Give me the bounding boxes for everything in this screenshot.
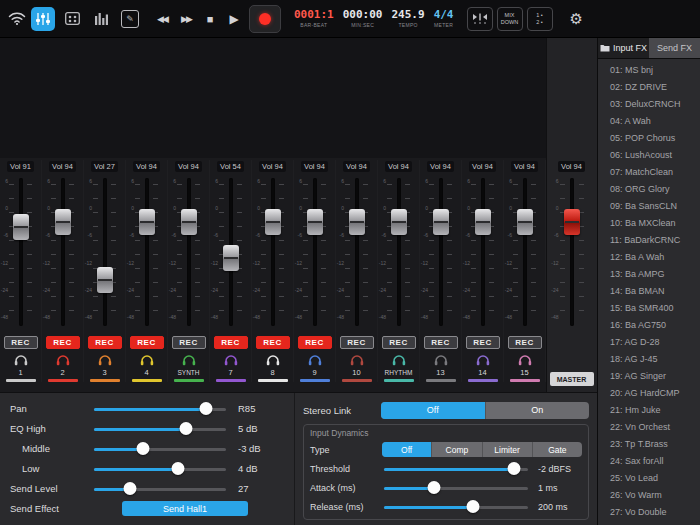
record-arm-button[interactable]: REC xyxy=(466,336,500,349)
master-fader-cap[interactable] xyxy=(564,209,580,235)
click-count-button[interactable]: 1 • 2 • xyxy=(527,7,553,31)
slider-thumb[interactable] xyxy=(172,462,185,475)
release-ms--slider[interactable] xyxy=(384,500,528,514)
channel-fader[interactable]: 60-6-12-24-48 xyxy=(462,176,503,328)
record-arm-button[interactable]: REC xyxy=(256,336,290,349)
channel-volume-readout[interactable]: Vol 94 xyxy=(301,161,328,172)
dynamics-type-option-comp[interactable]: Comp xyxy=(431,442,481,457)
record-arm-button[interactable]: REC xyxy=(130,336,164,349)
channel-volume-readout[interactable]: Vol 94 xyxy=(175,161,202,172)
master-volume-readout[interactable]: Vol 94 xyxy=(558,161,585,172)
monitor-headphones-icon[interactable] xyxy=(56,354,70,366)
fx-list-item[interactable]: 27: Vo Double xyxy=(598,504,700,521)
monitor-headphones-icon[interactable] xyxy=(434,354,448,366)
fx-list-item[interactable]: 06: LushAcoust xyxy=(598,147,700,164)
monitor-headphones-icon[interactable] xyxy=(98,354,112,366)
meter-display[interactable]: 4/4 METER xyxy=(434,9,454,28)
pan-slider[interactable] xyxy=(94,402,226,416)
fx-list-item[interactable]: 18: AG J-45 xyxy=(598,351,700,368)
track-label[interactable]: SYNTH xyxy=(177,369,199,377)
channel-fader[interactable]: 60-6-12-24-48 xyxy=(168,176,209,328)
tab-input-fx[interactable]: Input FX xyxy=(598,38,649,58)
settings-gear-icon[interactable]: ⚙ xyxy=(570,11,583,26)
channel-fader[interactable]: 60-6-12-24-48 xyxy=(420,176,461,328)
record-button[interactable] xyxy=(249,5,281,33)
send-effect-button[interactable]: Send Hall1 xyxy=(122,501,248,516)
channel-fader[interactable]: 60-6-12-24-48 xyxy=(336,176,377,328)
fx-list-item[interactable]: 07: MatchClean xyxy=(598,164,700,181)
track-label[interactable]: 4 xyxy=(144,369,148,377)
channel-volume-readout[interactable]: Vol 94 xyxy=(49,161,76,172)
channel-fader[interactable]: 60-6-12-24-48 xyxy=(378,176,419,328)
channel-fader[interactable]: 60-6-12-24-48 xyxy=(504,176,545,328)
channel-fader[interactable]: 60-6-12-24-48 xyxy=(210,176,251,328)
fx-list-item[interactable]: 02: DZ DRIVE xyxy=(598,79,700,96)
eq-high-slider[interactable] xyxy=(94,422,226,436)
record-arm-button[interactable]: REC xyxy=(340,336,374,349)
channel-volume-readout[interactable]: Vol 94 xyxy=(385,161,412,172)
play-button[interactable]: ▶ xyxy=(223,7,245,31)
record-arm-button[interactable]: REC xyxy=(88,336,122,349)
monitor-headphones-icon[interactable] xyxy=(518,354,532,366)
channel-fader[interactable]: 60-6-12-24-48 xyxy=(294,176,335,328)
slider-thumb[interactable] xyxy=(123,482,136,495)
fx-list-item[interactable]: 25: Vo Lead xyxy=(598,470,700,487)
fast-forward-button[interactable]: ▶▶ xyxy=(175,7,197,31)
track-label[interactable]: 13 xyxy=(436,369,444,377)
time-display[interactable]: 000:00 MIN:SEC xyxy=(343,9,383,28)
fader-cap[interactable] xyxy=(475,209,491,235)
stop-button[interactable]: ■ xyxy=(199,7,221,31)
fader-cap[interactable] xyxy=(517,209,533,235)
slider-thumb[interactable] xyxy=(180,422,193,435)
fader-cap[interactable] xyxy=(13,214,29,240)
rewind-button[interactable]: ◀◀ xyxy=(151,7,173,31)
channel-volume-readout[interactable]: Vol 94 xyxy=(469,161,496,172)
auto-punch-button[interactable] xyxy=(467,7,493,31)
slider-thumb[interactable] xyxy=(428,481,441,494)
record-arm-button[interactable]: REC xyxy=(172,336,206,349)
fx-list-item[interactable]: 10: Ba MXClean xyxy=(598,215,700,232)
record-arm-button[interactable]: REC xyxy=(214,336,248,349)
track-label[interactable]: 2 xyxy=(60,369,64,377)
channel-volume-readout[interactable]: Vol 54 xyxy=(217,161,244,172)
channel-volume-readout[interactable]: Vol 94 xyxy=(343,161,370,172)
low-slider[interactable] xyxy=(94,462,226,476)
fader-cap[interactable] xyxy=(139,209,155,235)
fx-list-item[interactable]: 01: MS bnj xyxy=(598,62,700,79)
monitor-headphones-icon[interactable] xyxy=(392,354,406,366)
middle-slider[interactable] xyxy=(94,442,226,456)
monitor-headphones-icon[interactable] xyxy=(182,354,196,366)
fx-list-item[interactable]: 19: AG Singer xyxy=(598,368,700,385)
dynamics-type-option-limiter[interactable]: Limiter xyxy=(482,442,532,457)
monitor-headphones-icon[interactable] xyxy=(140,354,154,366)
wifi-icon[interactable] xyxy=(8,12,26,26)
tempo-display[interactable]: 245.9 TEMPO xyxy=(392,9,425,28)
fx-list-item[interactable]: 12: Ba A Wah xyxy=(598,249,700,266)
channel-volume-readout[interactable]: Vol 94 xyxy=(259,161,286,172)
record-arm-button[interactable]: REC xyxy=(508,336,542,349)
fader-cap[interactable] xyxy=(55,209,71,235)
monitor-headphones-icon[interactable] xyxy=(350,354,364,366)
fader-cap[interactable] xyxy=(307,209,323,235)
track-label[interactable]: 1 xyxy=(18,369,22,377)
record-arm-button[interactable]: REC xyxy=(4,336,38,349)
channel-volume-readout[interactable]: Vol 91 xyxy=(7,161,34,172)
track-label[interactable]: 9 xyxy=(312,369,316,377)
fx-list-item[interactable]: 11: BaDarkCRNC xyxy=(598,232,700,249)
fx-list-item[interactable]: 08: ORG Glory xyxy=(598,181,700,198)
channel-volume-readout[interactable]: Vol 94 xyxy=(427,161,454,172)
sequencer-view-button[interactable] xyxy=(89,7,113,31)
fx-list-item[interactable]: 04: A Wah xyxy=(598,113,700,130)
tab-send-fx[interactable]: Send FX xyxy=(649,38,700,58)
fx-list-item[interactable]: 15: Ba SMR400 xyxy=(598,300,700,317)
track-label[interactable]: 3 xyxy=(102,369,106,377)
fx-list-item[interactable]: 16: Ba AG750 xyxy=(598,317,700,334)
edit-view-button[interactable]: ✎ xyxy=(118,7,142,31)
monitor-headphones-icon[interactable] xyxy=(476,354,490,366)
mixer-view-button[interactable] xyxy=(31,7,55,31)
slider-thumb[interactable] xyxy=(467,500,480,513)
fader-cap[interactable] xyxy=(433,209,449,235)
track-label[interactable]: 14 xyxy=(478,369,486,377)
channel-volume-readout[interactable]: Vol 27 xyxy=(91,161,118,172)
stereo-link-option-on[interactable]: On xyxy=(485,402,590,419)
